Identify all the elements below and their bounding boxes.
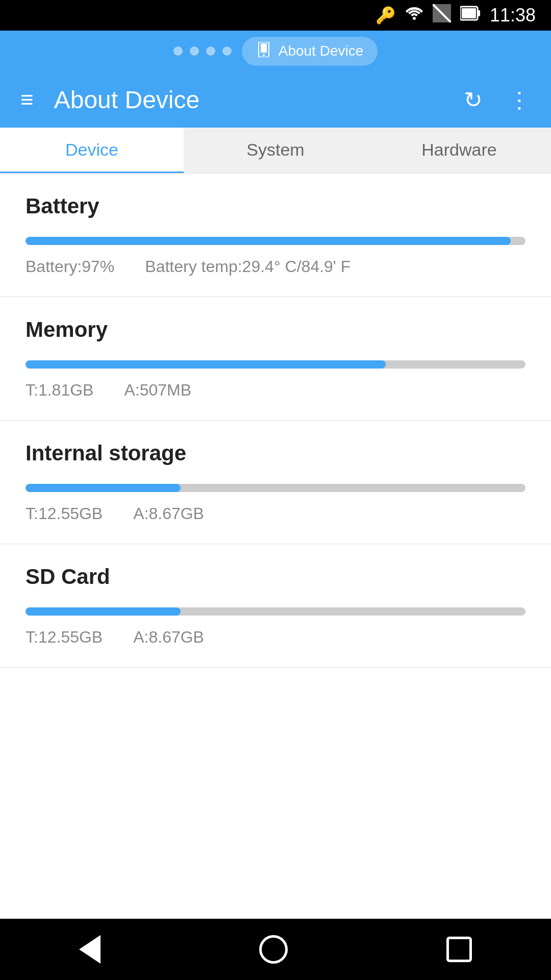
dot-1 bbox=[173, 46, 183, 56]
dot-4 bbox=[222, 46, 232, 56]
status-bar: 🔑 11:38 bbox=[0, 0, 551, 31]
memory-title: Memory bbox=[26, 317, 525, 342]
internal-storage-stats: T:12.55GB A:8.67GB bbox=[26, 504, 525, 523]
sd-card-title: SD Card bbox=[26, 565, 525, 589]
battery-progress-container bbox=[26, 237, 525, 245]
battery-title: Battery bbox=[26, 194, 525, 218]
signal-icon bbox=[433, 4, 451, 27]
memory-progress-fill bbox=[26, 360, 386, 369]
dot-2 bbox=[190, 46, 199, 56]
tab-hardware[interactable]: Hardware bbox=[367, 128, 551, 173]
memory-available: A:507MB bbox=[124, 381, 191, 400]
internal-storage-progress-fill bbox=[26, 484, 181, 492]
main-content: Battery Battery:97% Battery temp:29.4° C… bbox=[0, 174, 551, 919]
internal-storage-total: T:12.55GB bbox=[26, 504, 103, 523]
memory-stats: T:1.81GB A:507MB bbox=[26, 381, 525, 400]
back-button[interactable] bbox=[59, 930, 121, 969]
wifi-icon bbox=[405, 4, 423, 27]
notification-dots bbox=[173, 46, 232, 56]
internal-storage-available: A:8.67GB bbox=[133, 504, 204, 523]
notification-pill: About Device bbox=[242, 37, 378, 66]
tab-bar: Device System Hardware bbox=[0, 128, 551, 174]
sd-card-progress-fill bbox=[26, 607, 181, 616]
tab-device[interactable]: Device bbox=[0, 128, 184, 173]
app-bar: ≡ About Device ↻ ⋮ bbox=[0, 71, 551, 128]
battery-icon bbox=[460, 4, 481, 27]
svg-rect-7 bbox=[261, 43, 267, 53]
more-options-icon[interactable]: ⋮ bbox=[503, 82, 536, 118]
battery-percent: Battery:97% bbox=[26, 257, 114, 276]
internal-storage-section: Internal storage T:12.55GB A:8.67GB bbox=[0, 421, 551, 544]
svg-rect-5 bbox=[462, 8, 476, 18]
battery-stats: Battery:97% Battery temp:29.4° C/84.9' F bbox=[26, 257, 525, 276]
sd-card-stats: T:12.55GB A:8.67GB bbox=[26, 628, 525, 647]
internal-storage-progress-container bbox=[26, 484, 525, 492]
memory-total: T:1.81GB bbox=[26, 381, 93, 400]
bottom-nav bbox=[0, 919, 551, 980]
recents-icon bbox=[446, 937, 472, 962]
battery-section: Battery Battery:97% Battery temp:29.4° C… bbox=[0, 174, 551, 297]
notification-text: About Device bbox=[279, 43, 364, 59]
dot-3 bbox=[206, 46, 215, 56]
battery-progress-fill bbox=[26, 237, 511, 245]
tab-system[interactable]: System bbox=[184, 128, 367, 173]
sd-card-available: A:8.67GB bbox=[133, 628, 204, 647]
svg-rect-4 bbox=[478, 10, 480, 16]
internal-storage-title: Internal storage bbox=[26, 441, 525, 465]
home-button[interactable] bbox=[239, 930, 308, 969]
notification-bar: About Device bbox=[0, 31, 551, 71]
svg-point-8 bbox=[263, 54, 265, 56]
sd-card-progress-container bbox=[26, 607, 525, 616]
battery-temp: Battery temp:29.4° C/84.9' F bbox=[145, 257, 350, 276]
svg-point-0 bbox=[413, 17, 416, 20]
status-icons: 🔑 11:38 bbox=[375, 4, 536, 27]
status-time: 11:38 bbox=[490, 5, 536, 26]
device-icon bbox=[256, 42, 271, 61]
home-icon bbox=[259, 935, 288, 964]
menu-icon[interactable]: ≡ bbox=[15, 82, 39, 117]
sd-card-section: SD Card T:12.55GB A:8.67GB bbox=[0, 544, 551, 668]
back-icon bbox=[79, 935, 101, 964]
memory-section: Memory T:1.81GB A:507MB bbox=[0, 297, 551, 421]
app-title: About Device bbox=[54, 86, 443, 114]
refresh-icon[interactable]: ↻ bbox=[459, 82, 488, 118]
recents-button[interactable] bbox=[426, 932, 492, 967]
key-icon: 🔑 bbox=[375, 6, 396, 25]
memory-progress-container bbox=[26, 360, 525, 369]
sd-card-total: T:12.55GB bbox=[26, 628, 103, 647]
